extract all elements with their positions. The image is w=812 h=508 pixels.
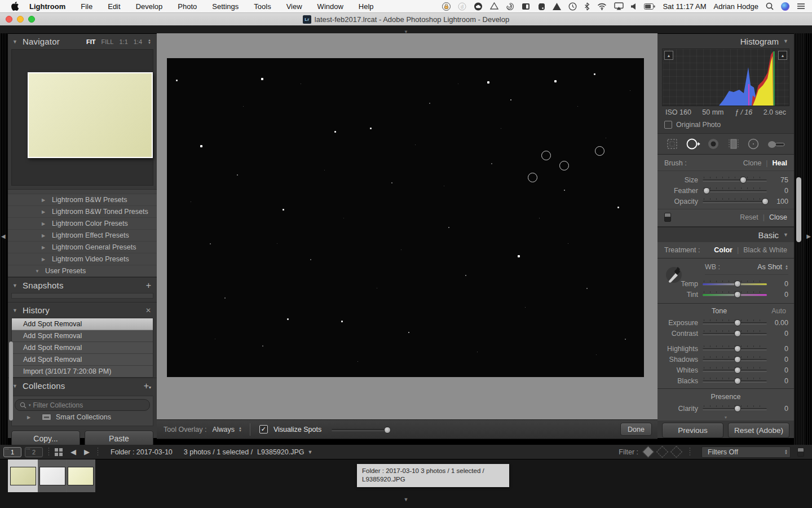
blacks-slider[interactable] bbox=[703, 378, 767, 384]
bluetooth-icon[interactable] bbox=[584, 2, 590, 11]
wb-eyedropper-icon[interactable] bbox=[665, 265, 682, 284]
triangle-icon[interactable] bbox=[553, 3, 561, 10]
menu-develop[interactable]: Develop bbox=[136, 2, 163, 11]
slider-knob[interactable] bbox=[734, 291, 741, 298]
spotlight-search-icon[interactable] bbox=[766, 2, 774, 10]
basic-disclosure-icon[interactable]: ▼ bbox=[783, 232, 788, 238]
clarity-slider[interactable] bbox=[703, 405, 767, 411]
menu-file[interactable]: File bbox=[81, 2, 92, 11]
opacity-slider[interactable] bbox=[703, 198, 767, 204]
reset-adobe-button[interactable]: Reset (Adobe) bbox=[728, 423, 789, 438]
slider-knob[interactable] bbox=[734, 319, 741, 326]
menu-edit[interactable]: Edit bbox=[108, 2, 120, 11]
thumbnail-image[interactable] bbox=[10, 467, 36, 485]
cc-badge-lock-icon[interactable] bbox=[442, 2, 451, 11]
graduated-filter-tool-icon[interactable] bbox=[727, 137, 740, 151]
original-photo-checkbox[interactable] bbox=[664, 121, 672, 129]
brush-mode-heal[interactable]: Heal bbox=[773, 159, 787, 167]
treatment-color[interactable]: Color bbox=[714, 246, 732, 254]
thumbnail[interactable] bbox=[39, 459, 66, 492]
thumbnail[interactable] bbox=[67, 459, 94, 492]
previous-button[interactable]: Previous bbox=[662, 423, 723, 438]
spot-removal-circle[interactable] bbox=[541, 151, 551, 160]
size-slider[interactable] bbox=[703, 177, 767, 183]
history-header[interactable]: ▼ History ✕ bbox=[8, 302, 157, 318]
flag-pick-icon[interactable] bbox=[642, 446, 654, 458]
collections-header[interactable]: ▼ Collections +▾ bbox=[8, 378, 157, 393]
left-panel-scrollbar[interactable] bbox=[9, 341, 13, 421]
secondary-monitor-button[interactable]: •••2 bbox=[25, 447, 43, 457]
navigator-preview-image[interactable] bbox=[28, 72, 153, 158]
slider-knob[interactable] bbox=[734, 330, 741, 337]
menubar-clock[interactable]: Sat 11:17 AM bbox=[663, 2, 706, 11]
add-snapshot-button[interactable]: + bbox=[146, 281, 151, 291]
close-window-button[interactable] bbox=[6, 16, 12, 23]
previous-photo-arrow[interactable]: ◀ bbox=[70, 448, 76, 456]
photo-starfield[interactable] bbox=[167, 58, 644, 377]
exposure-slider[interactable] bbox=[703, 319, 767, 326]
history-disclosure-icon[interactable]: ▼ bbox=[12, 308, 17, 313]
temp-slider[interactable] bbox=[703, 281, 767, 287]
card-icon[interactable] bbox=[522, 2, 530, 11]
top-panel-collapse-bar[interactable]: ▼ bbox=[0, 25, 812, 33]
shadows-slider[interactable] bbox=[703, 356, 767, 362]
zoom-1-4[interactable]: 1:4 bbox=[134, 38, 142, 45]
zoom-1-1[interactable]: 1:1 bbox=[119, 38, 127, 45]
siri-icon[interactable] bbox=[781, 2, 789, 11]
feather-slider[interactable] bbox=[703, 187, 767, 194]
filmstrip-filename[interactable]: L9385920.JPG bbox=[257, 448, 304, 456]
flag-unflagged-icon[interactable] bbox=[656, 446, 668, 458]
histogram-graph[interactable]: ▲ ▲ bbox=[662, 49, 789, 106]
snapshots-disclosure-icon[interactable]: ▼ bbox=[12, 283, 17, 288]
wifi-icon[interactable] bbox=[597, 3, 607, 10]
history-step[interactable]: Import (3/10/17 7:20:08 PM) bbox=[12, 366, 153, 377]
show-right-panel-arrow[interactable]: ▶ bbox=[806, 233, 811, 239]
wb-selected-value[interactable]: As Shot▲▼ bbox=[757, 263, 788, 271]
paste-button[interactable]: Paste bbox=[85, 431, 153, 446]
disclosure-icon[interactable]: ▶ bbox=[42, 221, 52, 226]
menu-lightroom[interactable]: Lightroom bbox=[29, 2, 65, 11]
navigator-header[interactable]: ▼ Navigator FIT FILL 1:1 1:4 ▲▼ bbox=[8, 34, 157, 49]
flag-reject-icon[interactable] bbox=[670, 446, 682, 458]
airplay-icon[interactable] bbox=[614, 2, 624, 10]
spot-removal-circle[interactable] bbox=[559, 161, 569, 170]
spot-removal-circle[interactable] bbox=[595, 146, 604, 156]
thumbnail-image[interactable] bbox=[39, 467, 65, 485]
notification-center-icon[interactable] bbox=[797, 3, 805, 10]
history-step[interactable]: Add Spot Removal bbox=[12, 342, 153, 354]
disclosure-icon[interactable]: ▶ bbox=[42, 198, 52, 203]
collapse-filmstrip-icon[interactable]: ▼ bbox=[0, 497, 812, 502]
visualize-spots-checkbox[interactable]: ✓ bbox=[259, 425, 268, 433]
whites-slider[interactable] bbox=[703, 367, 767, 373]
brush-mode-clone[interactable]: Clone bbox=[743, 159, 762, 167]
done-button[interactable]: Done bbox=[620, 423, 652, 436]
slider-knob[interactable] bbox=[740, 177, 747, 183]
filters-stepper-icon[interactable]: ▲▼ bbox=[784, 449, 788, 454]
spiral-icon[interactable] bbox=[506, 2, 514, 11]
thumbnail-selected[interactable] bbox=[8, 459, 38, 492]
history-step[interactable]: Add Spot Removal bbox=[12, 318, 153, 330]
disclosure-icon[interactable]: ▼ bbox=[35, 269, 45, 274]
basic-header[interactable]: Basic▼ bbox=[657, 227, 794, 242]
preset-folder[interactable]: ▶Lightroom Video Presets bbox=[8, 253, 157, 265]
menu-window[interactable]: Window bbox=[317, 2, 343, 11]
disclosure-icon[interactable]: ▶ bbox=[42, 209, 52, 214]
menubar-user[interactable]: Adrian Hodge bbox=[714, 2, 759, 11]
menu-photo[interactable]: Photo bbox=[178, 2, 197, 11]
grid-view-icon[interactable] bbox=[55, 448, 63, 456]
filters-dropdown[interactable]: Filters Off ▲▼ bbox=[701, 446, 791, 458]
close-brush-button[interactable]: Close bbox=[769, 213, 787, 221]
clear-history-button[interactable]: ✕ bbox=[145, 306, 151, 314]
slider-knob[interactable] bbox=[384, 427, 391, 433]
slider-knob[interactable] bbox=[734, 367, 741, 374]
preset-folder[interactable]: ▶Lightroom Effect Presets bbox=[8, 230, 157, 242]
preset-folder[interactable]: ▶Lightroom B&W Presets bbox=[8, 194, 157, 206]
radial-filter-tool-icon[interactable] bbox=[747, 137, 760, 151]
next-photo-arrow[interactable]: ▶ bbox=[84, 448, 90, 456]
preset-row-partial[interactable] bbox=[8, 190, 157, 194]
tint-slider[interactable] bbox=[703, 291, 767, 297]
add-collection-button[interactable]: +▾ bbox=[144, 381, 151, 391]
apple-menu-icon[interactable] bbox=[11, 2, 19, 11]
right-panel-scrollbar[interactable] bbox=[796, 177, 801, 242]
preset-folder[interactable]: ▶Lightroom B&W Toned Presets bbox=[8, 206, 157, 218]
